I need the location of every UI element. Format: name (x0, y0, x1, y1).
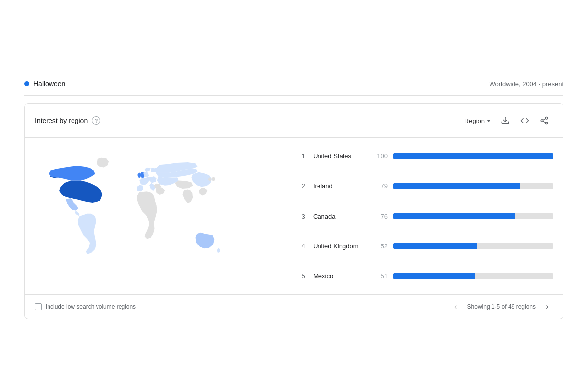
header-left: Halloween (24, 80, 65, 88)
country-score: 76 (373, 213, 388, 220)
next-page-button[interactable]: › (541, 301, 553, 313)
new-zealand (217, 248, 220, 253)
country-name: Canada (313, 213, 367, 220)
ranking-row[interactable]: 2 Ireland 79 (299, 179, 553, 193)
term-label: Halloween (33, 80, 65, 88)
card-header: Interest by region ? Region (25, 104, 563, 138)
india (182, 190, 193, 204)
country-score: 52 (373, 243, 388, 250)
card-title-group: Interest by region ? (35, 116, 100, 125)
rank-number: 2 (299, 182, 307, 190)
rank-number: 3 (299, 213, 307, 220)
se-asia (199, 188, 207, 196)
score-bar-fill (393, 273, 475, 279)
ranking-row[interactable]: 4 United Kingdom 52 (299, 240, 553, 253)
score-bar-fill (393, 153, 553, 159)
date-range: Worldwide, 2004 - present (489, 80, 564, 88)
rank-number: 1 (299, 152, 307, 160)
chevron-down-icon (487, 120, 490, 122)
card-footer: Include low search volume regions ‹ Show… (25, 294, 563, 318)
ranking-row[interactable]: 3 Canada 76 (299, 210, 553, 223)
low-volume-checkbox[interactable] (35, 303, 42, 310)
iberia (137, 185, 143, 191)
italy (149, 183, 155, 191)
rankings-area: 1 United States 100 2 Ireland 79 3 Canad… (299, 147, 553, 285)
country-name: United States (313, 152, 367, 160)
norway-sweden (145, 167, 151, 172)
score-bar-fill (393, 243, 477, 249)
country-score: 79 (373, 182, 388, 190)
country-name: United Kingdom (313, 243, 367, 250)
country-name: Ireland (313, 182, 367, 190)
us-shape (59, 180, 102, 203)
russia-south (157, 177, 179, 186)
ranking-row[interactable]: 5 Mexico 51 (299, 270, 553, 283)
canada-shape (49, 166, 95, 180)
denmark (143, 172, 149, 177)
score-bar-container (393, 153, 553, 159)
interest-by-region-card: Interest by region ? Region (24, 103, 564, 319)
region-dropdown-label: Region (465, 117, 485, 124)
central-asia (175, 180, 193, 189)
central-america (75, 211, 80, 216)
country-name: Mexico (313, 272, 367, 280)
score-bar-container (393, 273, 553, 279)
score-bar-fill (393, 213, 515, 219)
card-controls: Region (461, 112, 553, 129)
share-button[interactable] (536, 112, 553, 129)
card-body: 1 United States 100 2 Ireland 79 3 Canad… (25, 138, 563, 294)
help-icon[interactable]: ? (92, 116, 100, 125)
pagination-text: Showing 1-5 of 49 regions (467, 303, 536, 310)
term-dot (24, 81, 29, 86)
svg-line-5 (543, 119, 545, 120)
embed-button[interactable] (516, 112, 534, 129)
svg-line-4 (543, 121, 545, 122)
ranking-row[interactable]: 1 United States 100 (299, 149, 553, 163)
country-score: 51 (373, 272, 388, 280)
ireland-shape (137, 173, 141, 178)
prev-page-button[interactable]: ‹ (450, 301, 462, 313)
pagination: ‹ Showing 1-5 of 49 regions › (450, 301, 553, 313)
world-map (40, 147, 285, 285)
page-container: Halloween Worldwide, 2004 - present Inte… (24, 73, 564, 319)
score-bar-container (393, 183, 553, 189)
score-bar-container (393, 213, 553, 219)
checkbox-text: Include low search volume regions (46, 303, 136, 310)
greenland (97, 158, 109, 168)
rank-number: 5 (299, 272, 307, 280)
score-bar-container (393, 243, 553, 249)
region-dropdown[interactable]: Region (461, 114, 494, 127)
low-volume-checkbox-label[interactable]: Include low search volume regions (35, 303, 136, 310)
australia (195, 233, 214, 249)
mexico-shape (66, 198, 78, 211)
country-score: 100 (373, 152, 388, 160)
card-title: Interest by region (35, 117, 88, 124)
header-bar: Halloween Worldwide, 2004 - present (24, 73, 564, 96)
map-area (35, 147, 290, 285)
download-button[interactable] (496, 112, 514, 129)
japan (212, 177, 215, 181)
score-bar-fill (393, 183, 520, 189)
south-america (78, 214, 96, 254)
rank-number: 4 (299, 243, 307, 250)
